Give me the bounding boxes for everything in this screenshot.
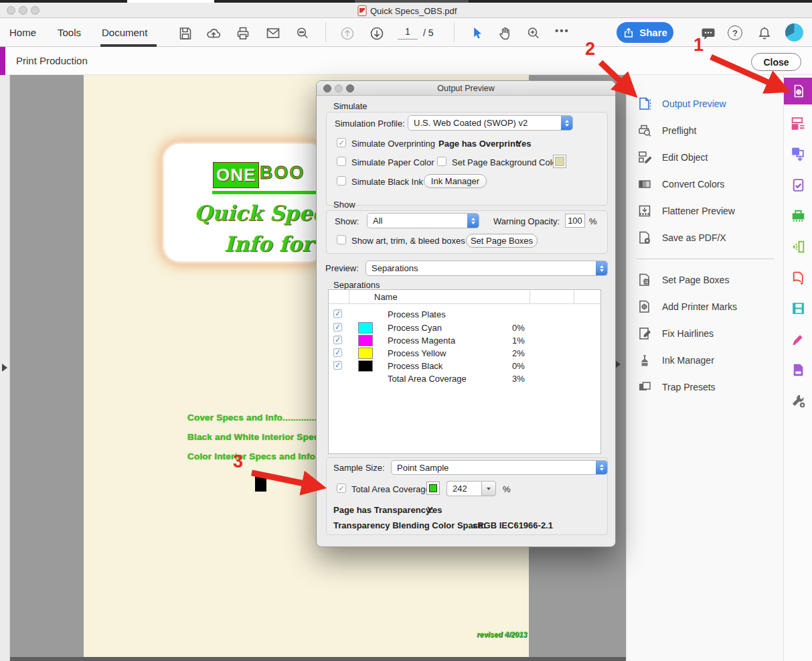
clipboard-check-icon[interactable] (790, 177, 807, 194)
purple-document-icon[interactable] (790, 362, 807, 378)
set-page-boxes-button[interactable]: Set Page Boxes (466, 234, 538, 248)
simulation-profile-dropdown[interactable]: U.S. Web Coated (SWOP) v2 (408, 115, 573, 131)
email-icon[interactable] (265, 25, 281, 42)
show-boxes-label: Show art, trim, & bleed boxes (351, 236, 465, 246)
panel-item-trap-presets[interactable]: Trap Presets (637, 379, 716, 395)
table-row[interactable]: ✓ Process Yellow 2% (329, 347, 600, 360)
wrench-plus-icon[interactable] (790, 392, 807, 409)
blend-space-value: sRGB IEC61966-2.1 (473, 520, 553, 530)
plate-checkbox[interactable]: ✓ (333, 309, 343, 319)
total-area-coverage-checkbox[interactable]: ✓ (337, 484, 346, 493)
print-production-active-icon (791, 83, 807, 99)
show-label: Show: (335, 216, 359, 226)
pen-icon[interactable] (790, 331, 807, 348)
avatar[interactable] (785, 23, 803, 42)
dialog-titlebar[interactable]: Output Preview (317, 81, 615, 96)
page-has-transparency-label: Page has Transparency: (333, 505, 434, 515)
set-page-boxes-icon (637, 273, 652, 287)
plate-name: Process Yellow (388, 348, 446, 358)
next-page-icon[interactable] (369, 25, 385, 42)
sample-size-value: Point Sample (392, 463, 596, 473)
hand-tool-icon[interactable] (497, 25, 513, 42)
trap-presets-icon (637, 380, 652, 394)
total-area-coverage-label: Total Area Coverage (351, 484, 430, 494)
print-icon[interactable] (235, 25, 251, 42)
show-boxes-checkbox[interactable]: ✓ (337, 235, 346, 244)
pdf-file-icon (357, 5, 367, 16)
panel-item-preflight[interactable]: Preflight (637, 123, 696, 139)
table-row[interactable]: ✓ Process Magenta 1% (329, 334, 600, 348)
table-row[interactable]: Total Area Coverage 3% (329, 372, 600, 386)
page-background-swatch[interactable] (553, 155, 566, 168)
panel-item-flattener-preview[interactable]: Flattener Preview (637, 203, 735, 219)
comments-icon[interactable] (700, 25, 716, 42)
expand-left-panel-icon[interactable] (2, 364, 7, 372)
frames-icon[interactable] (790, 115, 807, 132)
tab-document[interactable]: Document (102, 18, 147, 47)
preview-dropdown[interactable]: Separations (366, 261, 608, 276)
plate-checkbox[interactable]: ✓ (333, 336, 343, 345)
table-row[interactable]: ✓ Process Plates (329, 308, 600, 321)
panel-item-save-as-pdfx[interactable]: Save as PDF/X (637, 230, 726, 246)
window-title: Quick Specs_OBS.pdf (370, 6, 457, 16)
plate-name: Process Cyan (388, 323, 442, 333)
notifications-bell-icon[interactable] (756, 25, 773, 42)
main-toolbar: Home Tools Document 1 / 5 ••• Share ? (0, 18, 812, 47)
sample-size-dropdown[interactable]: Point Sample (391, 460, 608, 475)
cloud-upload-icon[interactable] (206, 25, 222, 42)
show-dropdown[interactable]: All (367, 213, 479, 228)
panel-item-output-preview[interactable]: Output Preview (637, 96, 726, 112)
plate-checkbox[interactable]: ✓ (333, 361, 343, 370)
previous-page-icon[interactable] (339, 25, 355, 42)
panel-item-ink-manager[interactable]: Ink Manager (637, 352, 714, 368)
minimize-window-button[interactable] (19, 6, 27, 15)
plate-value: 3% (512, 374, 525, 384)
cyan-swatch (358, 322, 373, 334)
panel-item-add-printer-marks[interactable]: Add Printer Marks (637, 299, 737, 315)
combo-arrow-icon[interactable] (481, 481, 496, 496)
simulate-black-ink-checkbox[interactable]: ✓ (337, 176, 346, 186)
tab-tools[interactable]: Tools (58, 18, 81, 47)
set-page-background-checkbox[interactable]: ✓ (437, 157, 446, 166)
zoom-window-button[interactable] (31, 6, 39, 15)
pdf-revised-note: revised 4/2013 (477, 630, 527, 638)
tac-value-combo[interactable]: 242 (446, 481, 496, 496)
close-window-button[interactable] (7, 6, 15, 15)
filmstrip-icon[interactable] (790, 300, 807, 317)
plate-name: Process Black (388, 361, 442, 371)
more-tools-icon[interactable]: ••• (555, 25, 570, 36)
plate-checkbox[interactable]: ✓ (333, 323, 343, 332)
box-arrow-icon[interactable] (790, 238, 807, 255)
plate-value: 0% (512, 323, 525, 333)
save-icon[interactable] (177, 25, 193, 42)
table-row[interactable]: ✓ Process Black 0% (329, 360, 600, 373)
separations-label: Separations (333, 280, 380, 290)
expand-right-panel-icon[interactable] (615, 360, 621, 368)
red-document-icon[interactable] (790, 270, 807, 287)
help-icon[interactable]: ? (728, 25, 742, 40)
simulate-overprinting-checkbox[interactable]: ✓ (337, 138, 346, 147)
page-number-input[interactable]: 1 (398, 26, 418, 37)
share-button[interactable]: Share (617, 22, 673, 43)
warning-opacity-input[interactable]: 100 (565, 214, 585, 228)
tac-color-swatch[interactable] (426, 482, 440, 495)
search-icon[interactable] (295, 25, 311, 42)
ink-manager-button[interactable]: Ink Manager (424, 174, 487, 188)
simulate-paper-color-checkbox[interactable]: ✓ (337, 157, 346, 166)
panel-item-edit-object[interactable]: Edit Object (637, 149, 708, 165)
preview-value: Separations (366, 263, 596, 273)
toolbar-divider (454, 22, 455, 42)
panel-item-set-page-boxes[interactable]: Set Page Boxes (637, 272, 729, 288)
tac-value[interactable]: 242 (446, 481, 481, 496)
rail-print-production-active[interactable] (784, 78, 812, 104)
pages-download-icon[interactable] (790, 146, 807, 163)
select-tool-icon[interactable] (469, 25, 485, 42)
tab-home[interactable]: Home (9, 18, 36, 47)
plate-checkbox[interactable]: ✓ (333, 348, 343, 358)
printer-green-icon[interactable] (790, 208, 807, 224)
panel-item-fix-hairlines[interactable]: Fix Hairlines (637, 325, 714, 342)
zoom-in-icon[interactable] (525, 25, 542, 42)
table-row[interactable]: ✓ Process Cyan 0% (329, 321, 600, 335)
close-button[interactable]: Close (751, 53, 801, 71)
panel-item-convert-colors[interactable]: Convert Colors (637, 176, 724, 192)
